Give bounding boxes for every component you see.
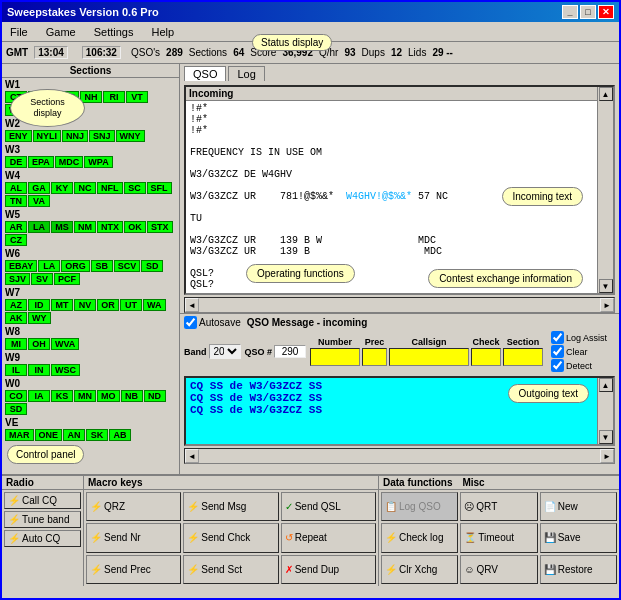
section-sv[interactable]: SV (31, 273, 53, 285)
section-or[interactable]: OR (97, 299, 119, 311)
menu-game[interactable]: Game (42, 25, 80, 39)
section-wsc[interactable]: WSC (51, 364, 80, 376)
section-ebay[interactable]: EBAY (5, 260, 37, 272)
section-in[interactable]: IN (28, 364, 50, 376)
out-hscroll-right[interactable]: ► (600, 449, 614, 463)
section-nfl[interactable]: NFL (97, 182, 123, 194)
restore-button[interactable]: 💾 Restore (540, 555, 617, 584)
section-an[interactable]: AN (63, 429, 85, 441)
check-input[interactable] (471, 348, 501, 366)
section-wva[interactable]: WVA (51, 338, 79, 350)
tab-log[interactable]: Log (228, 66, 264, 81)
section-nb[interactable]: NB (121, 390, 143, 402)
section-il[interactable]: IL (5, 364, 27, 376)
section-nm[interactable]: NM (74, 221, 96, 233)
qso-num-input[interactable] (274, 345, 306, 358)
section-cz[interactable]: CZ (5, 234, 27, 246)
section-ut[interactable]: UT (120, 299, 142, 311)
section-ak[interactable]: AK (5, 312, 27, 324)
prec-input[interactable] (362, 348, 387, 366)
tune-band-button[interactable]: ⚡ Tune band (4, 511, 81, 528)
log-qso-button[interactable]: 📋 Log QSO (381, 492, 458, 521)
timeout-button[interactable]: ⏳ Timeout (460, 523, 537, 552)
section-nc[interactable]: NC (74, 182, 96, 194)
clr-xchg-button[interactable]: ⚡ Clr Xchg (381, 555, 458, 584)
detect-checkbox[interactable] (551, 359, 564, 372)
send-dup-button[interactable]: ✗ Send Dup (281, 555, 376, 584)
section-mar[interactable]: MAR (5, 429, 34, 441)
log-assist-checkbox[interactable] (551, 331, 564, 344)
auto-cq-button[interactable]: ⚡ Auto CQ (4, 530, 81, 547)
scroll-down-button[interactable]: ▼ (599, 279, 613, 293)
tab-qso[interactable]: QSO (184, 66, 226, 81)
section-input[interactable] (503, 348, 543, 366)
qrt-button[interactable]: ☹ QRT (460, 492, 537, 521)
section-ms[interactable]: MS (51, 221, 73, 233)
section-ks[interactable]: KS (51, 390, 73, 402)
send-chck-button[interactable]: ⚡ Send Chck (183, 523, 278, 552)
section-wpa[interactable]: WPA (84, 156, 112, 168)
section-de[interactable]: DE (5, 156, 27, 168)
maximize-button[interactable]: □ (580, 5, 596, 19)
close-button[interactable]: ✕ (598, 5, 614, 19)
section-sfl[interactable]: SFL (147, 182, 172, 194)
section-ar[interactable]: AR (5, 221, 27, 233)
section-az[interactable]: AZ (5, 299, 27, 311)
section-vt[interactable]: VT (126, 91, 148, 103)
section-wy[interactable]: WY (28, 312, 51, 324)
send-msg-button[interactable]: ⚡ Send Msg (183, 492, 278, 521)
autosave-checkbox[interactable] (184, 316, 197, 329)
number-input[interactable] (310, 348, 360, 366)
call-cq-button[interactable]: ⚡ Call CQ (4, 492, 81, 509)
section-sb[interactable]: SB (91, 260, 113, 272)
out-scroll-up[interactable]: ▲ (599, 378, 613, 392)
section-snj[interactable]: SNJ (89, 130, 115, 142)
menu-file[interactable]: File (6, 25, 32, 39)
qrz-button[interactable]: ⚡ QRZ (86, 492, 181, 521)
section-ab[interactable]: AB (109, 429, 131, 441)
section-ky[interactable]: KY (51, 182, 73, 194)
send-sct-button[interactable]: ⚡ Send Sct (183, 555, 278, 584)
section-mn[interactable]: MN (74, 390, 96, 402)
band-select[interactable]: 20408015 (209, 344, 241, 359)
section-mi[interactable]: MI (5, 338, 27, 350)
misc-tab[interactable]: Misc (462, 477, 484, 488)
section-la6[interactable]: LA (38, 260, 60, 272)
section-va[interactable]: VA (28, 195, 50, 207)
section-epa[interactable]: EPA (28, 156, 54, 168)
clear-checkbox[interactable] (551, 345, 564, 358)
new-button[interactable]: 📄 New (540, 492, 617, 521)
send-nr-button[interactable]: ⚡ Send Nr (86, 523, 181, 552)
section-al[interactable]: AL (5, 182, 27, 194)
section-sd[interactable]: SD (141, 260, 163, 272)
scroll-up-button[interactable]: ▲ (599, 87, 613, 101)
section-nd[interactable]: ND (144, 390, 166, 402)
section-oh[interactable]: OH (28, 338, 50, 350)
section-ia[interactable]: IA (28, 390, 50, 402)
section-org[interactable]: ORG (61, 260, 90, 272)
menu-help[interactable]: Help (147, 25, 178, 39)
section-wa[interactable]: WA (143, 299, 166, 311)
section-one[interactable]: ONE (35, 429, 63, 441)
hscroll-left-button[interactable]: ◄ (185, 298, 199, 312)
save-button[interactable]: 💾 Save (540, 523, 617, 552)
section-tn[interactable]: TN (5, 195, 27, 207)
repeat-button[interactable]: ↺ Repeat (281, 523, 376, 552)
section-sk[interactable]: SK (86, 429, 108, 441)
section-nh[interactable]: NH (80, 91, 102, 103)
check-log-button[interactable]: ⚡ Check log (381, 523, 458, 552)
section-sjv[interactable]: SJV (5, 273, 30, 285)
section-scv[interactable]: SCV (114, 260, 141, 272)
section-stx[interactable]: STX (147, 221, 173, 233)
section-sc[interactable]: SC (124, 182, 146, 194)
send-qsl-button[interactable]: ✓ Send QSL (281, 492, 376, 521)
data-funcs-tab[interactable]: Data functions (383, 477, 452, 488)
qrv-button[interactable]: ☺ QRV (460, 555, 537, 584)
out-scroll-down[interactable]: ▼ (599, 430, 613, 444)
section-wny[interactable]: WNY (116, 130, 145, 142)
hscroll-right-button[interactable]: ► (600, 298, 614, 312)
section-ntx[interactable]: NTX (97, 221, 123, 233)
callsign-input[interactable] (389, 348, 469, 366)
section-sd0[interactable]: SD (5, 403, 27, 415)
section-co[interactable]: CO (5, 390, 27, 402)
